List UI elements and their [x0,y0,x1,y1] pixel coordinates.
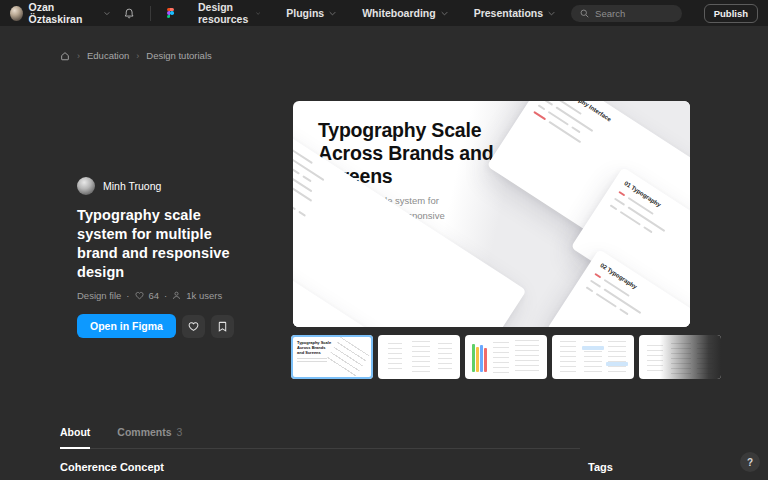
bookmark-button[interactable] [211,315,234,338]
scale-bar-red [484,348,487,372]
tab-comments[interactable]: Comments 3 [117,423,182,448]
tags-section: Tags [588,461,613,473]
breadcrumb-education[interactable]: Education [87,50,129,61]
breadcrumb-design-tutorials[interactable]: Design tutorials [146,50,211,61]
figma-logo[interactable] [167,8,174,19]
users-count: 1k users [186,290,222,301]
comments-count-badge: 3 [177,426,183,439]
primary-nav: Design resources Plugins Whiteboarding P… [198,1,555,25]
heart-icon [188,321,199,332]
help-button[interactable]: ? [740,452,760,472]
search-input[interactable] [595,8,673,19]
thumbnail-title: Typography Scale Across Brands and Scree… [297,340,333,355]
nav-label: Plugins [286,7,324,19]
about-heading: Coherence Concept [60,461,565,473]
like-button[interactable] [182,315,205,338]
thumbnail-3[interactable] [465,335,547,379]
tab-label: About [60,426,90,438]
chevron-down-icon [441,11,448,16]
breadcrumb: › Education › Design tutorials [60,50,212,61]
breadcrumb-separator: › [77,51,80,61]
heart-icon [135,291,144,300]
chevron-down-icon [256,11,260,16]
home-icon[interactable] [60,51,70,61]
search-box[interactable] [571,5,682,22]
author-link[interactable]: Minh Truong [77,177,255,195]
carousel-fade [639,335,721,379]
thumbnail-strip: Typography Scale Across Brands and Scree… [291,335,721,379]
thumbnail-5[interactable] [639,335,721,379]
author-avatar [77,177,95,195]
nav-label: Presentations [474,7,543,19]
nav-label: Whiteboarding [362,7,436,19]
author-name: Minh Truong [103,180,161,192]
resource-title: Typography scale system for multiple bra… [77,206,255,282]
nav-presentations[interactable]: Presentations [474,7,555,19]
highlight-row [582,346,604,350]
chevron-down-icon [104,11,110,16]
chevron-down-icon [548,11,555,16]
detail-tabs: About Comments 3 [60,423,580,449]
nav-plugins[interactable]: Plugins [286,7,336,19]
topbar-divider [150,6,151,21]
user-name: Ozan Öztaskiran [29,1,98,25]
scale-bar-yellow [476,347,479,372]
about-section: Coherence Concept This system emphasizes… [60,461,565,480]
nav-design-resources[interactable]: Design resources [198,1,260,25]
users-icon [172,291,181,300]
figma-community-page: { "topbar": { "user": { "name": "Ozan Öz… [0,0,768,480]
preview-card: Typography Scale Across Brands and Scree… [293,101,690,327]
resource-info: Minh Truong Typography scale system for … [77,177,255,338]
search-icon [580,9,589,18]
scale-bar-green [472,344,475,372]
tab-about[interactable]: About [60,423,90,449]
scale-bar-blue [480,345,483,372]
action-buttons: Open in Figma [77,314,255,338]
resource-type: Design file [77,290,121,301]
nav-label: Design resources [198,1,251,25]
chevron-down-icon [329,11,336,16]
user-avatar [10,6,23,21]
publish-button[interactable]: Publish [704,4,758,23]
thumbnail-art [297,358,327,363]
bookmark-icon [217,321,228,332]
thumbnail-art [327,337,370,377]
nav-whiteboarding[interactable]: Whiteboarding [362,7,448,19]
open-in-figma-button[interactable]: Open in Figma [77,314,176,338]
meta-dot: · [126,290,129,301]
highlight-row [606,362,628,366]
thumbnail-1-selected[interactable]: Typography Scale Across Brands and Scree… [291,335,373,379]
breadcrumb-separator: › [136,51,139,61]
thumbnail-4[interactable] [552,335,634,379]
meta-dot: · [164,290,167,301]
notifications-bell-icon[interactable] [124,7,134,20]
user-menu[interactable]: Ozan Öztaskiran [10,1,110,25]
tab-label: Comments [117,426,171,439]
topbar: Ozan Öztaskiran Design resources Plugins… [0,0,768,26]
thumbnail-2[interactable] [378,335,460,379]
resource-meta: Design file · 64 · 1k users [77,290,255,301]
likes-count: 64 [149,290,160,301]
tags-heading: Tags [588,461,613,473]
